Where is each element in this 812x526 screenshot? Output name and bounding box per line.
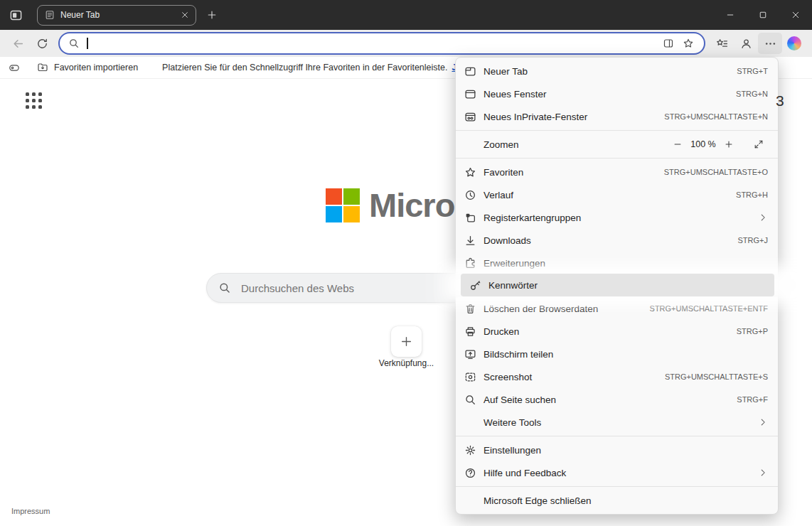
menu-item-shortcut: STRG+P [737,327,768,336]
screenshot-icon [464,371,476,383]
menu-item-label: Weitere Tools [484,417,541,428]
menu-item-shortcut: STRG+UMSCHALTTASTE+ENTF [650,304,768,313]
minimize-button[interactable] [714,0,747,30]
titlebar: Neuer Tab [0,0,812,30]
profile-avatar-icon[interactable] [734,33,758,54]
zoom-in-icon[interactable] [720,135,738,154]
menu-item-shortcut: STRG+J [738,236,768,245]
menu-item-label: Hilfe und Feedback [484,468,566,478]
split-screen-icon[interactable] [658,34,678,53]
search-icon [218,281,231,294]
menu-item-label: Microsoft Edge schließen [484,495,592,506]
menu-item-shortcut: STRG+UMSCHALTTASTE+N [664,112,768,121]
text-caret [87,38,88,49]
menu-item-kennworter-spotlight[interactable]: Kennwörter [461,274,774,296]
close-button[interactable] [779,0,812,30]
import-favorites-button[interactable]: Favoriten importieren [33,61,142,74]
menu-item-loschen-der-browserdaten[interactable]: Löschen der BrowserdatenSTRG+UMSCHALTTAS… [456,297,778,320]
favorites-bar-icon[interactable] [4,59,24,76]
menu-item-label: Auf Seite suchen [484,394,556,405]
history-icon [464,189,476,201]
search-icon [68,38,80,49]
menu-item-label: Löschen der Browserdaten [484,304,598,314]
fullscreen-icon[interactable] [749,135,768,154]
menu-item-shortcut: STRG+T [737,67,768,75]
menu-item-label: Neues InPrivate-Fenster [484,112,587,122]
menu-item-einstellungen[interactable]: Einstellungen [456,439,778,461]
menu-item-erweiterungen[interactable]: Erweiterungen [456,252,778,274]
menu-item-microsoft-edge-schliessen[interactable]: Microsoft Edge schließen [456,489,778,512]
menu-divider [456,486,778,487]
settings-more-icon[interactable] [758,33,782,54]
zoom-controls: 100 % [668,135,768,154]
browser-tab[interactable]: Neuer Tab [37,5,196,26]
tab-close-icon[interactable] [178,9,191,21]
print-icon [464,326,476,338]
menu-item-hilfe-und-feedback[interactable]: Hilfe und Feedback [456,461,778,484]
menu-item-neues-inprivate-fenster[interactable]: Neues InPrivate-FensterSTRG+UMSCHALTTAST… [456,105,778,128]
screen-share-icon [464,348,476,360]
menu-divider [456,436,778,436]
tab-favicon-icon [45,10,55,20]
find-on-page-icon [464,394,476,406]
menu-item-bildschirm-teilen[interactable]: Bildschirm teilen [456,343,778,365]
menu-item-shortcut: STRG+H [736,190,768,199]
menu-item-label: Registerkartengruppen [484,213,581,223]
favorites-icon [464,166,476,178]
settings-icon [464,444,476,456]
back-icon[interactable] [6,33,30,54]
favorites-hub-icon[interactable] [710,33,734,54]
menu-item-label: Zoomen [484,139,519,150]
menu-item-auf-seite-suchen[interactable]: Auf Seite suchenSTRG+F [456,388,778,411]
menu-item-verlauf[interactable]: VerlaufSTRG+H [456,183,778,206]
menu-item-screenshot[interactable]: ScreenshotSTRG+UMSCHALTTASTE+S [456,365,778,388]
zoom-level: 100 % [687,139,720,149]
impressum-link[interactable]: Impressum [11,507,50,515]
menu-item-label: Bildschirm teilen [484,349,553,360]
import-favorites-label: Favoriten importieren [54,63,138,73]
infobar-message: Platzieren Sie für den Schnellzugriff Ih… [162,63,447,73]
maximize-button[interactable] [747,0,779,30]
menu-item-registerkartengruppen[interactable]: Registerkartengruppen [456,206,778,229]
menu-item-weitere-tools[interactable]: Weitere Tools [456,411,778,434]
menu-item-neuer-tab[interactable]: Neuer TabSTRG+T [456,60,778,82]
edge-window: Neuer Tab [0,0,812,526]
apps-grid-icon[interactable] [26,92,42,109]
tab-actions-icon[interactable] [6,5,26,25]
add-shortcut-button[interactable] [391,326,422,357]
downloads-icon [464,235,476,247]
menu-item-shortcut: STRG+UMSCHALTTASTE+S [665,372,768,381]
import-favorites-icon [37,62,48,73]
menu-item-shortcut: STRG+N [736,90,768,98]
microsoft-logo-squares-icon [326,188,360,222]
menu-item-downloads[interactable]: DownloadsSTRG+J [456,229,778,252]
menu-item-favoriten[interactable]: FavoritenSTRG+UMSCHALTTASTE+O [456,161,778,183]
menu-item-label: Screenshot [484,372,532,382]
copilot-icon[interactable] [782,33,806,54]
no-icon [464,417,476,429]
address-bar[interactable] [58,32,705,55]
new-tab-icon [464,65,476,77]
new-tab-button[interactable] [202,5,222,25]
menu-item-neues-fenster[interactable]: Neues FensterSTRG+N [456,82,778,105]
menu-item-drucken[interactable]: DruckenSTRG+P [456,320,778,343]
delete-browsing-data-icon [464,303,476,315]
menu-item-label: Favoriten [484,167,523,178]
chevron-right-icon [758,468,768,478]
new-inprivate-window-icon [464,111,476,123]
favorite-star-icon[interactable] [678,34,698,53]
menu-item-label: Neuer Tab [484,66,528,77]
menu-item-shortcut: STRG+F [737,395,768,404]
menu-item-label: Einstellungen [484,445,541,456]
help-icon [464,467,476,479]
no-icon [464,495,476,507]
toolbar [0,30,812,57]
extensions-icon [464,257,476,269]
refresh-icon[interactable] [30,33,54,54]
zoom-out-icon[interactable] [668,135,687,154]
tab-title: Neuer Tab [60,10,173,20]
menu-item-zoomen[interactable]: Zoomen100 % [456,133,778,156]
search-placeholder: Durchsuchen des Webs [241,282,354,294]
menu-item-label: Kennwörter [488,280,538,291]
partial-page-text: 3 [776,92,784,109]
